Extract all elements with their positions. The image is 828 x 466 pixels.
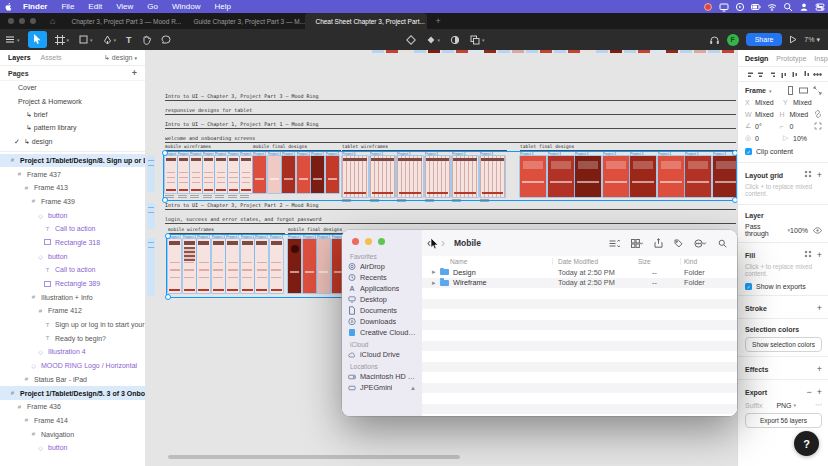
tag-icon[interactable] [674,239,683,248]
layer-row[interactable]: #Project 1/Tablet/Design/5. 3 of 3 Onboa… [0,386,145,400]
text-tool-icon[interactable]: T [121,31,137,48]
hand-tool-icon[interactable] [137,31,156,48]
menu-item-file[interactable]: File [54,2,81,11]
layer-row[interactable]: #Project 1/Tablet/Design/8. Sign up or L… [0,154,145,168]
column-header-date-modified[interactable]: Date Modified [558,258,598,265]
horizontal-scrollbar[interactable] [168,455,460,459]
tab-layers[interactable]: Layers [8,54,31,61]
file-row-wireframe[interactable]: ▸WireframeToday at 2:50 PM--Folder [422,278,737,289]
layer-row[interactable]: TCall to action [0,263,145,277]
new-tab-button[interactable]: + [427,13,448,29]
window-control-dot[interactable] [30,18,36,24]
home-icon[interactable]: ⌂ [44,13,61,29]
minimize-button[interactable] [365,238,372,245]
edit-object-icon[interactable] [401,31,421,48]
layer-row[interactable]: Rectangle 318 [0,236,145,250]
menu-item-window[interactable]: Window [165,2,207,11]
layer-row[interactable]: TCall to action [0,222,145,236]
layer-row[interactable]: #Illustration + Info [0,290,145,304]
control-center-icon[interactable] [812,2,828,12]
selection-handle[interactable] [162,150,168,156]
export-format-select[interactable]: PNG▾ [776,402,796,409]
record-icon[interactable] [700,2,716,12]
corner-radius-field[interactable]: ⌐0 [780,123,815,130]
export-suffix-field[interactable]: Suffix [745,402,762,409]
disclosure-triangle[interactable]: ▸ [432,268,436,276]
move-tool-icon[interactable] [28,31,47,48]
headphones-icon[interactable] [709,35,720,45]
independent-corners-icon[interactable] [814,122,822,130]
share-button[interactable]: Share [746,33,783,46]
sidebar-item-applications[interactable]: AApplications [342,283,422,294]
layer-row[interactable]: Rectangle 389 [0,277,145,291]
disclosure-triangle[interactable]: ▸ [432,279,436,287]
resize-icon[interactable] [813,86,822,95]
present-icon[interactable] [789,35,797,44]
constrain-proportions-icon[interactable] [814,110,822,118]
add-effect-button[interactable]: + [817,364,822,374]
align-left-icon[interactable] [745,70,754,79]
corner-smoothing-field[interactable]: ▷10% [783,134,821,142]
play-circle-icon[interactable] [732,2,748,12]
actions-icon[interactable] [694,239,707,248]
create-component-icon[interactable]: ▾ [421,31,446,48]
sidebar-item-airdrop[interactable]: AirDrop [342,261,422,272]
selection-handle[interactable] [165,294,171,300]
tab-prototype[interactable]: Prototype [776,55,806,62]
add-page-button[interactable]: + [132,68,137,78]
shape-tool-icon[interactable]: ▾ [74,31,98,48]
fill-styles-icon[interactable] [804,250,812,260]
page-item-0[interactable]: Cover [0,81,145,95]
file-tab-0[interactable]: Chapter 3, Project Part 3 — Mood R... [61,13,183,29]
page-item-2[interactable]: ↳ brief [0,108,145,122]
sidebar-item-icloud-drive[interactable]: iCloud Drive [342,349,422,360]
user-icon[interactable] [796,2,812,12]
apple-icon[interactable] [0,1,16,12]
column-header-kind[interactable]: Kind [684,258,697,265]
page-selector[interactable]: ↳ design▾ [104,54,137,62]
layer-row[interactable]: ◇Illustration 4 [0,345,145,359]
column-header-size[interactable]: Size [638,258,651,265]
layer-row[interactable]: ◇button [0,441,145,455]
checkbox-checked-icon[interactable]: ✓ [745,283,752,290]
layer-row[interactable]: ◇button [0,249,145,263]
sidebar-item-recents[interactable]: Recents [342,272,422,283]
align-center-h-icon[interactable] [756,70,765,79]
opacity-field[interactable]: 100% [790,227,808,234]
export-settings-icon[interactable]: ⋯ [815,401,822,409]
sidebar-item-creative-cloud-files[interactable]: Creative Cloud Files [342,327,422,338]
add-fill-button[interactable]: + [817,250,822,260]
layer-row[interactable]: #Frame 439 [0,195,145,209]
layer-row[interactable]: #Frame 413 [0,181,145,195]
height-field[interactable]: HMixed [780,111,815,118]
eject-icon[interactable]: ▲ [410,385,416,391]
layer-row[interactable]: #Status Bar - iPad [0,373,145,387]
layer-row[interactable]: #Frame 412 [0,304,145,318]
menu-item-go[interactable]: Go [140,2,165,11]
align-middle-v-icon[interactable] [790,70,799,79]
width-field[interactable]: WMixed [745,111,780,118]
layer-row[interactable]: ◇button [0,208,145,222]
battery-icon[interactable] [748,2,764,12]
mask-icon[interactable] [445,31,465,48]
display-icon[interactable] [716,2,732,12]
show-selection-colors-button[interactable]: Show selection colors [745,337,822,352]
visibility-eye-icon[interactable] [813,227,822,234]
clip-content-checkbox[interactable]: ✓Clip content [738,144,828,159]
sidebar-item-jpegmini[interactable]: JPEGmini▲ [342,382,422,393]
file-row-design[interactable]: ▸DesignToday at 2:50 PM--Folder [422,267,737,278]
add-export-button[interactable]: + [817,387,822,397]
wifi-icon[interactable] [764,2,780,12]
zoom-button[interactable] [378,238,385,245]
finder-window[interactable]: FavoritesAirDropRecentsAApplicationsDesk… [342,230,737,416]
layer-row[interactable]: #Frame 436 [0,400,145,414]
layer-row[interactable]: #Navigation [0,427,145,441]
tab-design[interactable]: Design [745,55,768,62]
close-button[interactable] [352,238,359,245]
layer-row[interactable]: TReady to begin? [0,331,145,345]
finder-window-controls[interactable] [352,238,385,245]
x-position-field[interactable]: XMixed [745,99,783,106]
window-control-dot[interactable] [19,18,25,24]
page-item-1[interactable]: Project & Homework [0,95,145,109]
align-top-icon[interactable] [779,70,788,79]
